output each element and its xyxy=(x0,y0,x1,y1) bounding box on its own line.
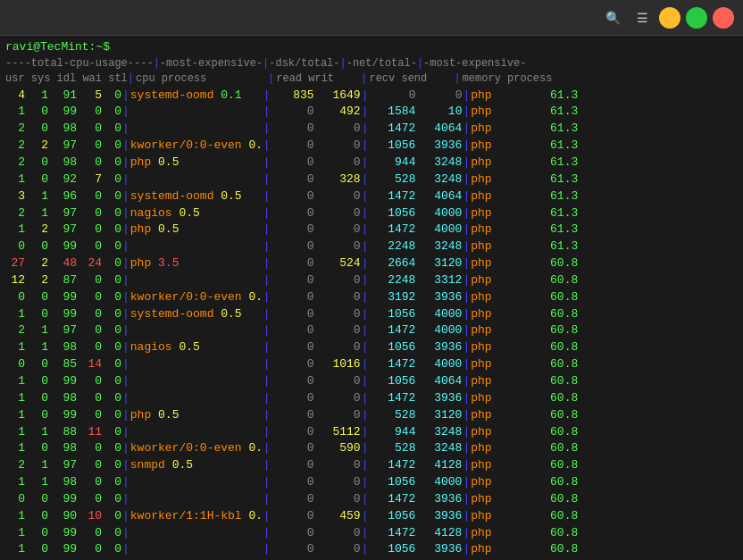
table-row: 1 0 99 0 0|systemd-oomd 0.5|0 0|1056 400… xyxy=(5,306,738,323)
titlebar-controls: 🔍 ☰ xyxy=(600,7,734,29)
add-tab-button[interactable] xyxy=(9,16,20,20)
table-row: 1 0 90 10 0|kworker/1:1H-kbl 0.5|0 459|1… xyxy=(5,508,738,525)
table-row: 4 1 91 5 0|systemd-oomd 0.1|835 1649|0 0… xyxy=(5,88,738,104)
command-line: ravi@TecMint:~$ xyxy=(5,39,738,56)
search-button[interactable]: 🔍 xyxy=(600,9,626,27)
table-row: 2 1 97 0 0| |0 0|1472 4000|php60.8 xyxy=(5,322,738,339)
table-row: 27 2 48 24 0|php 3.5|0 524|2664 3120|php… xyxy=(5,255,738,272)
table-row: 1 0 99 0 0| |0 492|1584 10|php61.3 xyxy=(5,104,738,121)
table-row: 1 0 92 7 0| |0 328|528 3248|php61.3 xyxy=(5,171,738,188)
table-row: 2 0 98 0 0| |0 0|1472 4064|php61.3 xyxy=(5,121,738,138)
table-row: 1 1 88 11 0| |0 5112|944 3248|php60.8 xyxy=(5,424,738,441)
table-row: 1 1 98 0 0| |0 0|1056 4000|php60.8 xyxy=(5,474,738,491)
table-row: 1 0 98 0 0| |0 0|1472 3936|php60.8 xyxy=(5,390,738,407)
table-row: 2 1 97 0 0|nagios 0.5|0 0|1056 4000|php6… xyxy=(5,205,738,222)
table-row: 0 0 99 0 0|kworker/0:0-even 0.5|0 0|3192… xyxy=(5,289,738,306)
split-button[interactable] xyxy=(27,16,38,20)
table-row: 1 1 98 0 0|nagios 0.5|0 0|1056 3936|php6… xyxy=(5,339,738,356)
prompt-user-2: ravi@TecMint:~$ xyxy=(5,39,110,56)
table-row: 0 0 85 14 0| |0 1016|1472 4000|php60.8 xyxy=(5,356,738,373)
header-row-2: usr sys idl wai stl | cpu process | read… xyxy=(5,71,738,87)
table-row: 12 2 87 0 0| |0 0|2248 3312|php60.8 xyxy=(5,272,738,289)
table-row: 0 0 99 0 0| |0 0|2248 3248|php61.3 xyxy=(5,238,738,255)
table-row: 1 0 98 0 0|kworker/0:0-even 0.5|0 590|52… xyxy=(5,440,738,457)
table-row: 2 0 98 0 0|php 0.5|0 0|944 3248|php61.3 xyxy=(5,155,738,171)
titlebar: 🔍 ☰ xyxy=(0,0,743,36)
terminal: ravi@TecMint:~$ ----total-cpu-usage---- … xyxy=(0,36,743,560)
header-row-1: ----total-cpu-usage---- |-most-expensive… xyxy=(5,56,738,71)
minimize-button[interactable] xyxy=(659,7,680,29)
table-row: 1 0 99 0 0| |0 0|1056 3936|php60.8 xyxy=(5,541,738,558)
titlebar-left xyxy=(9,16,55,20)
table-row: 1 0 99 0 0|php 0.5|0 0|528 3120|php60.8 xyxy=(5,407,738,424)
table-row: 2 2 97 0 0|kworker/0:0-even 0.5|0 0|1056… xyxy=(5,138,738,155)
table-row: 1 2 97 0 0|php 0.5|0 0|1472 4000|php61.3 xyxy=(5,221,738,238)
table-row: 2 1 97 0 0|snmpd 0.5|0 0|1472 4128|php60… xyxy=(5,457,738,474)
close-button[interactable] xyxy=(713,7,734,29)
maximize-button[interactable] xyxy=(686,7,707,29)
dool-rows: 4 1 91 5 0|systemd-oomd 0.1|835 1649|0 0… xyxy=(5,88,738,559)
menu-button[interactable]: ☰ xyxy=(631,9,654,27)
table-row: 1 0 99 0 0| |0 0|1472 4128|php60.8 xyxy=(5,525,738,542)
table-row: 1 0 99 0 0| |0 0|1056 4064|php60.8 xyxy=(5,373,738,390)
table-row: 0 0 99 0 0| |0 0|1472 3936|php60.8 xyxy=(5,491,738,508)
extra-button[interactable] xyxy=(45,16,55,20)
table-row: 3 1 96 0 0|systemd-oomd 0.5|0 0|1472 406… xyxy=(5,188,738,205)
